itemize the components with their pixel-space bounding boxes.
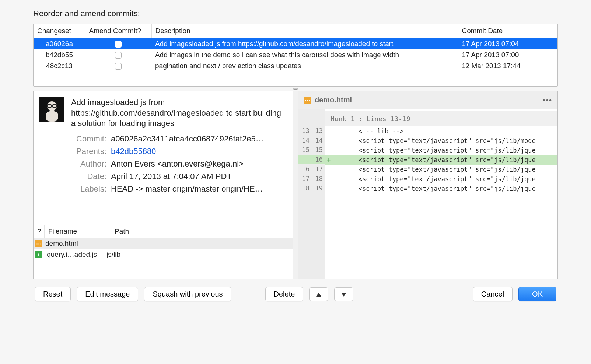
reset-button[interactable]: Reset <box>35 287 71 301</box>
author-value: Anton Evers <anton.evers@kega.nl> <box>111 159 286 169</box>
dialog-title: Reorder and amend commits: <box>33 9 558 18</box>
ok-button[interactable]: OK <box>518 287 556 301</box>
date-value: April 17, 2013 at 7:04:07 AM PDT <box>111 172 286 181</box>
move-up-button[interactable] <box>309 287 328 301</box>
diff-line: <script type="text/javascript" src="js/l… <box>325 136 557 146</box>
amend-checkbox[interactable] <box>115 63 122 70</box>
labels-label: Labels: <box>70 184 106 194</box>
commit-row[interactable]: b42db55Add images in the demo so I can s… <box>34 49 557 60</box>
col-description[interactable]: Description <box>151 24 458 38</box>
file-row[interactable]: +jquery.i…aded.jsjs/lib <box>34 249 293 260</box>
diff-line: + <script type="text/javascript" src="js… <box>325 155 557 165</box>
hunk-header: Hunk 1 : Lines 13-19 <box>325 111 557 126</box>
date-label: Date: <box>70 172 106 181</box>
triangle-down-icon <box>341 293 346 297</box>
diff-line: <script type="text/javascript" src="js/l… <box>325 165 557 174</box>
commits-table: Changeset Amend Commit? Description Comm… <box>34 24 557 71</box>
vertical-splitter[interactable] <box>293 91 298 279</box>
edit-message-button[interactable]: Edit message <box>77 287 138 301</box>
file-status-icon: ⋯ <box>304 97 311 104</box>
file-name: demo.html <box>45 239 104 248</box>
diff-more-icon[interactable]: ••• <box>543 96 552 104</box>
diff-line: <script type="text/javascript" src="js/l… <box>325 146 557 155</box>
commit-desc-cell: Add images in the demo so I can see what… <box>151 49 458 60</box>
commit-row[interactable]: 48c2c13pagination and next / prev action… <box>34 60 557 71</box>
reorder-commits-dialog: Reorder and amend commits: Changeset Ame… <box>22 0 569 310</box>
move-down-button[interactable] <box>334 287 353 301</box>
file-path: js/lib <box>106 251 289 259</box>
diff-file-name: demo.html <box>315 96 352 104</box>
amend-cell <box>85 38 151 50</box>
diff-line: <!-- lib --> <box>325 126 557 136</box>
diff-line: <script type="text/javascript" src="js/l… <box>325 184 557 193</box>
cancel-button[interactable]: Cancel <box>473 287 513 301</box>
triangle-up-icon <box>316 293 321 297</box>
commits-table-container: Changeset Amend Commit? Description Comm… <box>33 24 558 87</box>
commit-date-cell: 12 Mar 2013 17:44 <box>458 60 557 71</box>
commit-date-cell: 17 Apr 2013 07:04 <box>458 38 557 50</box>
col-commit-date[interactable]: Commit Date <box>458 24 557 38</box>
delete-button[interactable]: Delete <box>265 287 304 301</box>
commit-row[interactable]: a06026aAdd imagesloaded js from https://… <box>34 38 557 50</box>
file-status-badge: ⋯ <box>35 240 42 247</box>
col-filename[interactable]: Filename <box>45 225 111 238</box>
squash-button[interactable]: Squash with previous <box>144 287 231 301</box>
commit-detail-pane: Add imagesloaded js from https://github.… <box>34 91 293 279</box>
horizontal-splitter[interactable] <box>33 87 558 91</box>
diff-gutter: 13131414151516161717181819 <box>298 109 325 279</box>
commit-desc-cell: pagination and next / prev action class … <box>151 60 458 71</box>
commit-message: Add imagesloaded js from https://github.… <box>71 97 286 129</box>
commit-date-cell: 17 Apr 2013 07:00 <box>458 49 557 60</box>
file-name: jquery.i…aded.js <box>45 251 104 259</box>
svg-rect-2 <box>46 111 58 122</box>
amend-cell <box>85 60 151 71</box>
commit-hash: a06026a2c3411afca4cc06874926faf2e5… <box>111 134 286 144</box>
file-row[interactable]: ⋯demo.html <box>34 238 293 249</box>
diff-line: <script type="text/javascript" src="js/l… <box>325 174 557 184</box>
amend-checkbox[interactable] <box>115 41 122 48</box>
col-status[interactable]: ? <box>34 225 45 238</box>
amend-checkbox[interactable] <box>115 52 122 59</box>
commit-hash-cell: a06026a <box>34 38 85 50</box>
author-avatar <box>39 97 64 122</box>
diff-pane: ⋯ demo.html ••• 131314141515161617171818… <box>298 91 557 279</box>
changed-files-table: ? Filename Path ⋯demo.html+jquery.i…aded… <box>34 225 293 279</box>
col-amend[interactable]: Amend Commit? <box>85 24 151 38</box>
dialog-button-row: Reset Edit message Squash with previous … <box>33 279 558 301</box>
amend-cell <box>85 49 151 60</box>
diff-code: Hunk 1 : Lines 13-19 <!-- lib --> <scrip… <box>325 109 557 279</box>
author-label: Author: <box>70 159 106 169</box>
commit-hash-cell: 48c2c13 <box>34 60 85 71</box>
parent-link[interactable]: b42db55880 <box>111 147 156 156</box>
labels-value: HEAD -> master origin/master origin/HE… <box>111 184 286 194</box>
commit-metadata: Commit:a06026a2c3411afca4cc06874926faf2e… <box>34 129 293 197</box>
col-changeset[interactable]: Changeset <box>34 24 85 38</box>
commit-hash-cell: b42db55 <box>34 49 85 60</box>
file-status-badge: + <box>35 251 42 258</box>
col-path[interactable]: Path <box>111 225 293 238</box>
parents-label: Parents: <box>70 147 106 156</box>
commit-desc-cell: Add imagesloaded js from https://github.… <box>151 38 458 50</box>
commit-hash-label: Commit: <box>70 134 106 144</box>
detail-panels: Add imagesloaded js from https://github.… <box>33 91 558 279</box>
